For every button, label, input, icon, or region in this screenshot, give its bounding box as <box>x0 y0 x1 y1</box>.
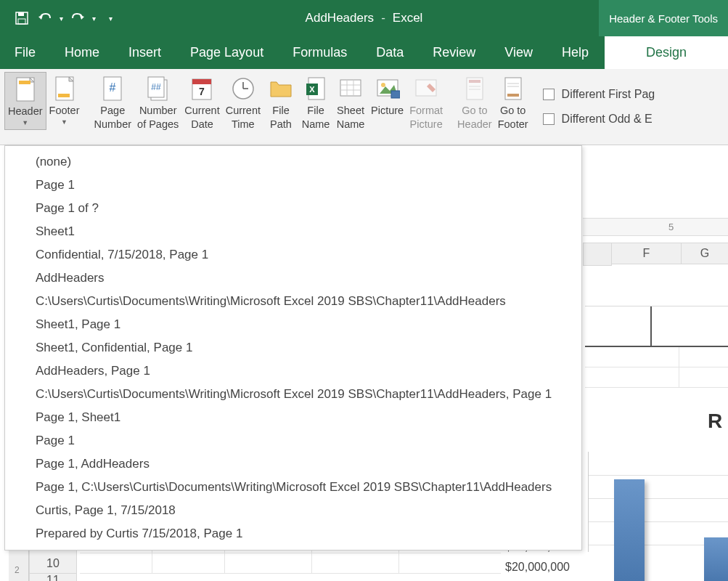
goto-footer-icon <box>499 75 528 102</box>
clock-icon <box>229 75 258 102</box>
tab-review[interactable]: Review <box>418 36 490 69</box>
excel-file-icon: X <box>301 75 330 102</box>
header-preset-item[interactable]: Sheet1 <box>5 220 581 243</box>
different-first-page-checkbox[interactable]: Different First Pag <box>543 88 655 101</box>
header-button[interactable]: Header ▼ <box>4 72 46 130</box>
title-bar: ▾ ▾ ▾ AddHeaders - Excel Header & Footer… <box>0 0 728 36</box>
chart-bars <box>614 479 728 581</box>
ribbon-group-navigation: Go to Header Go to Footer <box>450 69 535 145</box>
tab-home[interactable]: Home <box>50 36 114 69</box>
file-path-button[interactable]: File Path <box>263 72 298 134</box>
column-headers: F G <box>583 243 728 266</box>
ribbon: Header ▼ Footer ▼ # Page Number ## Numbe… <box>0 69 728 145</box>
ribbon-group-elements: # Page Number ## Number of Pages 7 Curre… <box>86 69 450 145</box>
svg-text:X: X <box>309 85 315 94</box>
tab-file[interactable]: File <box>0 36 50 69</box>
header-preset-item[interactable]: AddHeaders <box>5 267 581 290</box>
svg-text:#: # <box>110 81 116 94</box>
tab-insert[interactable]: Insert <box>114 36 176 69</box>
tab-view[interactable]: View <box>490 36 547 69</box>
grid-rows-partial <box>80 548 501 574</box>
header-preset-item[interactable]: Page 1, AddHeaders <box>5 452 581 476</box>
quick-access-toolbar: ▾ ▾ ▾ <box>0 9 113 27</box>
ribbon-tabs: File Home Insert Page Layout Formulas Da… <box>0 36 728 69</box>
row-header-10[interactable]: 10 <box>29 553 77 574</box>
partial-grid <box>585 273 728 388</box>
svg-text:7: 7 <box>200 86 205 97</box>
goto-footer-button[interactable]: Go to Footer <box>495 72 531 134</box>
tab-formulas[interactable]: Formulas <box>278 36 361 69</box>
chart-bar-1 <box>614 479 645 581</box>
qat-customize-icon[interactable]: ▾ <box>109 15 113 23</box>
current-time-button[interactable]: Current Time <box>223 72 263 134</box>
header-icon <box>11 76 40 103</box>
svg-rect-13 <box>192 79 211 84</box>
title-separator: - <box>381 11 385 25</box>
page-number-icon: # <box>98 75 127 102</box>
header-preset-item[interactable]: Page 1 of ? <box>5 197 581 220</box>
picture-icon <box>373 75 402 102</box>
row-headers: 10 11 <box>29 548 77 581</box>
file-name-button[interactable]: X File Name <box>298 72 333 134</box>
header-preset-item[interactable]: Sheet1, Page 1 <box>5 313 581 336</box>
header-preset-item[interactable]: Page 1, Sheet1 <box>5 406 581 429</box>
save-icon[interactable] <box>13 9 30 27</box>
header-preset-item[interactable]: AddHeaders, Page 1 <box>5 359 581 383</box>
svg-point-27 <box>381 83 385 87</box>
chevron-down-icon: ▼ <box>22 119 28 126</box>
svg-text:##: ## <box>151 82 161 92</box>
current-date-button[interactable]: 7 Current Date <box>181 72 222 134</box>
svg-rect-21 <box>340 80 361 96</box>
calendar-icon: 7 <box>187 75 216 102</box>
header-preset-item[interactable]: Page 1 <box>5 174 581 197</box>
chevron-down-icon: ▼ <box>61 118 68 126</box>
app-name: Excel <box>393 11 423 25</box>
format-picture-button: Format Picture <box>406 72 446 134</box>
header-preset-item[interactable]: Prepared by Curtis 7/15/2018, Page 1 <box>5 522 581 545</box>
svg-rect-6 <box>58 94 70 97</box>
page-number-button[interactable]: # Page Number <box>91 72 134 134</box>
ribbon-group-options: Different First Pag Different Odd & E <box>536 69 663 145</box>
tab-design[interactable]: Design <box>605 36 728 69</box>
horizontal-ruler: 5 <box>583 218 728 236</box>
header-preset-item[interactable]: Curtis, Page 1, 7/15/2018 <box>5 499 581 522</box>
redo-icon[interactable] <box>69 9 86 27</box>
undo-dropdown-icon[interactable]: ▾ <box>60 15 63 23</box>
row-header-11[interactable]: 11 <box>29 574 77 581</box>
redo-dropdown-icon[interactable]: ▾ <box>92 15 96 23</box>
header-preset-item[interactable]: Confidential, 7/15/2018, Page 1 <box>5 243 581 267</box>
chart-title-partial: R <box>708 410 722 433</box>
header-preset-item[interactable]: Sheet1, Confidential, Page 1 <box>5 336 581 359</box>
header-preset-item[interactable]: C:\Users\Curtis\Documents\Writing\Micros… <box>5 383 581 406</box>
col-header-f[interactable]: F <box>612 243 682 264</box>
ruler-mark: 5 <box>668 222 674 232</box>
header-preset-item[interactable]: Page 1 <box>5 429 581 452</box>
goto-header-button: Go to Header <box>454 72 495 134</box>
tab-page-layout[interactable]: Page Layout <box>176 36 278 69</box>
header-preset-item[interactable]: Page 1, C:\Users\Curtis\Documents\Writin… <box>5 476 581 499</box>
header-preset-item[interactable]: (none) <box>5 150 581 174</box>
footer-button[interactable]: Footer ▼ <box>46 72 83 129</box>
document-name: AddHeaders <box>306 11 375 25</box>
window-title: AddHeaders - Excel <box>306 11 423 25</box>
svg-rect-35 <box>507 94 519 97</box>
ribbon-group-header-footer: Header ▼ Footer ▼ <box>0 69 86 145</box>
svg-rect-2 <box>18 19 25 24</box>
number-of-pages-icon: ## <box>144 75 173 102</box>
checkbox-icon <box>543 113 555 125</box>
svg-rect-31 <box>469 80 480 83</box>
tab-help[interactable]: Help <box>547 36 603 69</box>
different-odd-even-checkbox[interactable]: Different Odd & E <box>543 113 655 126</box>
col-header-spacer <box>583 243 612 266</box>
picture-button[interactable]: Picture <box>368 72 406 121</box>
col-header-g[interactable]: G <box>682 243 728 264</box>
svg-rect-4 <box>19 81 30 84</box>
checkbox-icon <box>543 89 555 100</box>
svg-rect-1 <box>18 12 24 16</box>
header-preset-item[interactable]: C:\Users\Curtis\Documents\Writing\Micros… <box>5 290 581 313</box>
undo-icon[interactable] <box>36 9 54 27</box>
sheet-name-button[interactable]: Sheet Name <box>333 72 368 134</box>
number-of-pages-button[interactable]: ## Number of Pages <box>134 72 181 134</box>
format-picture-icon <box>412 75 441 102</box>
tab-data[interactable]: Data <box>361 36 418 69</box>
